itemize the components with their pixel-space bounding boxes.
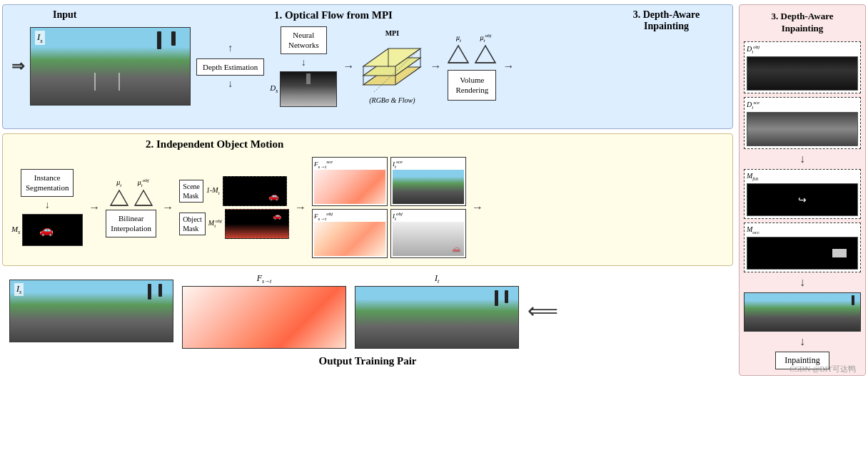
ms-image: 🚗 [22,214,83,246]
arrow-s2-to-s3: → [472,201,483,214]
section1-title: 1. Optical Flow from MPI [274,9,393,21]
road-result-image [744,292,861,332]
svg-marker-14 [135,190,152,205]
big-left-arrow: ⟸ [528,298,558,323]
i-obj-image: 🚗 [393,222,464,256]
arrow-to-s3: → [503,60,514,73]
m-occ-image [747,237,858,270]
f-obj-image [314,222,385,256]
it-label: It [435,273,439,285]
fst-label: Fs→t [257,273,272,285]
dl-sce-image [747,112,858,146]
arrow-to-mpi: → [343,60,354,73]
i-sce-image [393,170,464,204]
depth-estimation-box: Depth Estimation [196,58,264,76]
arrow-down-ds: ↓ [301,57,306,68]
arrow-s2-3: → [295,201,306,214]
ds-image [280,71,337,107]
scene-mask-image: 🚗 [223,176,287,206]
s3-title: 3. Depth-AwareInpainting [772,11,834,38]
instance-seg-box: InstanceSegmentation [21,169,74,197]
bottom-is-image: Is [9,280,173,342]
neural-networks-box: NeuralNetworks [281,26,327,54]
section1-box: Input 1. Optical Flow from MPI 3. Depth-… [2,4,733,129]
bilinear-box: BilinearInterpolation [106,210,156,237]
svg-marker-10 [475,46,495,63]
svg-marker-8 [448,46,468,63]
watermark: CSDN @BIT可达鸭 [789,364,856,374]
dl-obj-image [747,56,858,91]
f-sce-image [314,170,385,204]
obj-mask-image: 🚗 [225,209,289,239]
down-arrow-ds: ↓ [228,78,233,90]
arrow-s2-1: → [89,201,100,214]
m-fill-image: ↪ [747,183,858,216]
up-arrow-neural: ↑ [228,43,233,54]
section2-title: 2. Independent Object Motion [146,138,283,150]
section3-panel: 3. Depth-AwareInpainting Dlobj Dlsce ↓ M… [739,4,866,376]
is-image: Is [30,27,191,106]
arrow-to-volume: → [430,60,441,73]
bottom-it-image [355,286,519,349]
section3-title-ref: 3. Depth-AwareInpainting [607,9,725,32]
mpi-shape [360,39,424,95]
arrow-s2-2: → [162,201,173,214]
volume-rendering-box: VolumeRendering [448,70,496,101]
svg-marker-12 [111,190,128,205]
bottom-flow-image [182,286,346,349]
output-training-label: Output Training Pair [2,353,733,367]
input-label: Input [53,9,76,21]
input-arrow: ⇒ [11,57,24,76]
section2-box: 2. Independent Object Motion InstanceSeg… [2,133,733,266]
